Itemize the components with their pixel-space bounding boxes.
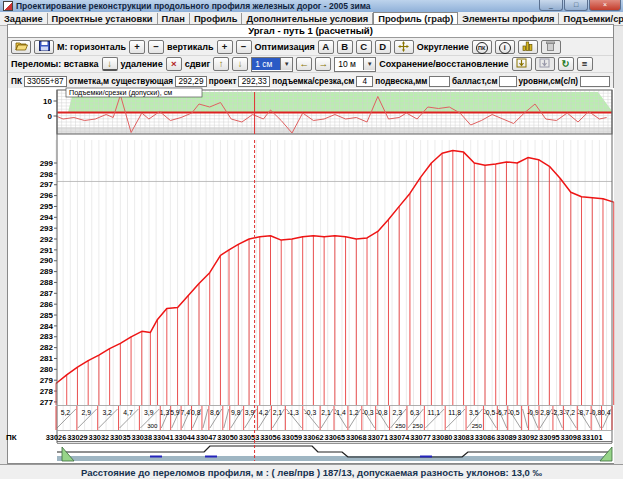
scale-horizontal-label: М: горизонталь: [57, 42, 126, 52]
levels-chart-button[interactable]: [518, 40, 538, 54]
open-folder-icon: [15, 41, 28, 51]
tab-5[interactable]: Дополнительные условия: [242, 13, 373, 25]
delete-tool-button[interactable]: [541, 40, 561, 54]
status-bar: Расстояние до переломов профиля, м : ( л…: [0, 464, 623, 479]
shift-up-button[interactable]: ↑: [213, 57, 229, 71]
save-state-button[interactable]: [512, 57, 532, 71]
optimization-c-button[interactable]: C: [356, 40, 372, 54]
suspension-label: подвеска,мм: [375, 77, 427, 86]
chart-background: [8, 88, 614, 463]
shift-right-button[interactable]: →: [315, 57, 331, 71]
shift-down-button[interactable]: ↓: [232, 57, 248, 71]
window-controls: _ □ ×: [539, 0, 621, 11]
shift-label: сдвиг: [185, 59, 211, 69]
existing-mark-field[interactable]: 292,29: [175, 76, 207, 87]
round-pk-button[interactable]: ПК: [472, 40, 492, 54]
levels-field[interactable]: [580, 76, 610, 87]
optimization-label: Оптимизация: [255, 42, 315, 52]
horizontal-step-select[interactable]: 10 м ▼: [334, 57, 376, 72]
optimization-b-button[interactable]: B: [337, 40, 353, 54]
breaks-insert-label: Переломы: вставка: [11, 59, 99, 69]
rounding-label: Округление: [417, 42, 469, 52]
chevron-down-icon[interactable]: ▼: [280, 58, 292, 70]
info-circle-icon: i: [499, 42, 511, 54]
horizontal-step-value: 10 м: [335, 58, 363, 70]
refresh-button[interactable]: ↻: [558, 57, 574, 71]
tab-7[interactable]: Элементы профиля: [458, 13, 559, 25]
app-icon: [3, 1, 13, 11]
restore-down-icon: [539, 58, 550, 68]
open-file-button[interactable]: [11, 40, 31, 54]
optimization-d-button[interactable]: D: [375, 40, 391, 54]
insert-break-button[interactable]: ↓: [102, 57, 118, 71]
save-button[interactable]: [34, 40, 54, 54]
pk-circle-icon: ПК: [476, 42, 488, 54]
pan-move-button[interactable]: [394, 40, 414, 54]
chevron-down-icon[interactable]: ▼: [363, 58, 375, 70]
maximize-button[interactable]: □: [564, 0, 588, 11]
pk-value-field[interactable]: 33055+87: [24, 76, 67, 87]
suspension-field[interactable]: [429, 76, 450, 87]
vertical-step-select[interactable]: 1 см ▼: [251, 57, 293, 72]
tab-3[interactable]: План: [158, 13, 190, 25]
hscale-minus-button[interactable]: −: [148, 40, 164, 54]
vscale-minus-button[interactable]: −: [236, 40, 252, 54]
save-restore-label: Сохранение/восстановление: [379, 59, 508, 69]
shift-left-button[interactable]: ←: [296, 57, 312, 71]
minimize-button[interactable]: _: [539, 0, 563, 11]
ballast-label: балласт,см: [452, 77, 497, 86]
trash-icon: [546, 41, 555, 51]
lift-cut-label: подъемка/срезка,см: [272, 77, 354, 86]
delete-break-label: удаление: [121, 59, 163, 69]
track-header: Ургал - путь 1 (расчетный): [8, 25, 613, 38]
restore-state-button[interactable]: [535, 57, 555, 71]
ballast-field[interactable]: [499, 76, 516, 87]
round-info-button[interactable]: i: [495, 40, 515, 54]
vertical-step-value: 1 см: [252, 58, 280, 70]
toolbar-row1: М: горизонталь + − вертикаль + − Оптимиз…: [8, 38, 613, 56]
close-button[interactable]: ×: [589, 0, 621, 11]
pk-label: ПК: [11, 77, 22, 86]
layers-button[interactable]: ≡: [577, 57, 593, 71]
hscale-plus-button[interactable]: +: [129, 40, 145, 54]
optimization-a-button[interactable]: A: [318, 40, 334, 54]
project-mark-field[interactable]: 292,33: [238, 76, 270, 87]
floppy-disk-icon: [39, 41, 50, 51]
delete-break-button[interactable]: ×: [166, 57, 182, 71]
move-cross-icon: [398, 41, 409, 52]
tab-4[interactable]: Профиль: [190, 13, 243, 25]
window-title: Проектирование реконструкции продольного…: [16, 1, 371, 11]
vscale-plus-button[interactable]: +: [217, 40, 233, 54]
lift-cut-field[interactable]: 4: [356, 76, 373, 87]
tab-2[interactable]: Проектные установки: [48, 13, 158, 25]
scale-vertical-label: вертикаль: [167, 42, 214, 52]
mark-existing-label: отметка,м существующая: [69, 77, 173, 86]
project-label: проект: [209, 77, 237, 86]
toolbar-row2: Переломы: вставка ↓ удаление × сдвиг ↑ ↓…: [8, 56, 613, 73]
gold-bars-icon: [522, 41, 533, 51]
levels-label: уровни,см(с/п): [519, 77, 579, 86]
tab-1[interactable]: Задание: [0, 13, 48, 25]
tab-8[interactable]: Подъемки/срезки: [559, 13, 623, 25]
save-down-icon: [516, 58, 527, 68]
